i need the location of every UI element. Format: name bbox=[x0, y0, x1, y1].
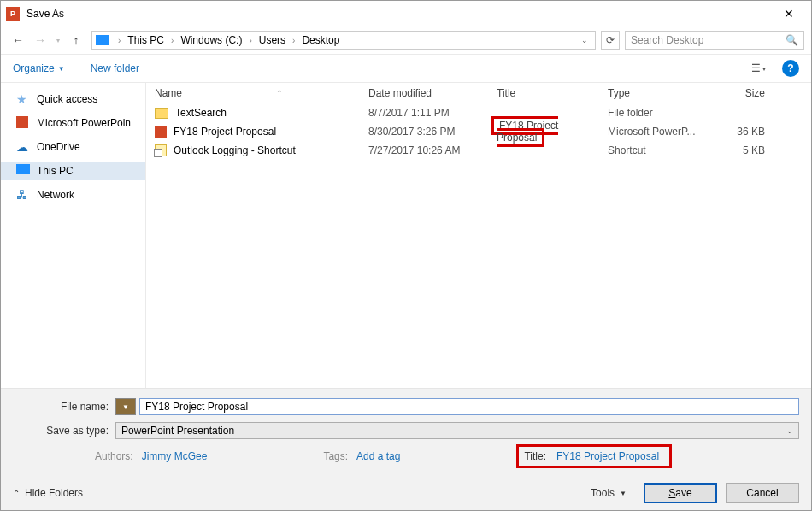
folder-icon bbox=[155, 108, 168, 119]
breadcrumb[interactable]: Desktop bbox=[300, 34, 341, 46]
tools-menu[interactable]: Tools ▼ bbox=[591, 487, 627, 499]
file-list: Name ⌃ Date modified Title Type Size Tex… bbox=[146, 83, 811, 388]
chevron-right-icon: › bbox=[244, 36, 256, 45]
save-as-dialog: Save As ✕ ← → ▾ ↑ › This PC › Windows (C… bbox=[0, 0, 812, 511]
cell-type: File folder bbox=[608, 107, 710, 119]
main-area: ★ Quick access Microsoft PowerPoin ☁ One… bbox=[1, 83, 811, 389]
organize-menu[interactable]: Organize ▼ bbox=[13, 62, 65, 74]
sidebar-item-powerpoint[interactable]: Microsoft PowerPoin bbox=[1, 114, 145, 132]
cell-size: 36 KB bbox=[710, 126, 770, 138]
save-as-type-label: Save as type: bbox=[13, 425, 115, 437]
cell-name: TextSearch bbox=[146, 107, 368, 119]
close-button[interactable]: ✕ bbox=[769, 2, 808, 26]
sort-indicator-icon: ⌃ bbox=[191, 89, 368, 97]
cell-date: 8/7/2017 1:11 PM bbox=[368, 107, 497, 119]
breadcrumb[interactable]: Windows (C:) bbox=[179, 34, 244, 46]
cell-size: 5 KB bbox=[710, 144, 770, 156]
save-as-type-dropdown[interactable]: PowerPoint Presentation ⌄ bbox=[115, 422, 799, 439]
tags-label: Tags: bbox=[323, 450, 348, 462]
chevron-down-icon: ▼ bbox=[58, 65, 65, 73]
search-icon: 🔍 bbox=[786, 34, 798, 46]
breadcrumb[interactable]: Users bbox=[257, 34, 287, 46]
new-folder-button[interactable]: New folder bbox=[91, 62, 139, 74]
chevron-right-icon: › bbox=[287, 36, 300, 45]
file-name-label: File name: bbox=[13, 401, 115, 413]
powerpoint-icon bbox=[16, 116, 28, 128]
save-button[interactable]: Save bbox=[644, 483, 717, 503]
cloud-icon: ☁ bbox=[16, 140, 30, 154]
powerpoint-icon bbox=[6, 7, 20, 21]
view-options-button[interactable]: ☰▾ bbox=[746, 59, 770, 78]
hide-folders-toggle[interactable]: ⌃ Hide Folders bbox=[13, 487, 83, 499]
rows-container: TextSearch8/7/2017 1:11 PMFile folderFY1… bbox=[146, 103, 811, 388]
column-header-date[interactable]: Date modified bbox=[368, 87, 497, 99]
sidebar-item-network[interactable]: 🖧 Network bbox=[1, 185, 145, 204]
file-row[interactable]: TextSearch8/7/2017 1:11 PMFile folder bbox=[146, 103, 811, 122]
cell-name: Outlook Logging - Shortcut bbox=[146, 144, 368, 156]
shortcut-icon bbox=[155, 144, 167, 156]
navigation-bar: ← → ▾ ↑ › This PC › Windows (C:) › Users… bbox=[1, 26, 811, 54]
recent-locations-dropdown[interactable]: ▾ bbox=[52, 37, 64, 44]
up-button[interactable]: ↑ bbox=[66, 30, 86, 50]
file-name-input[interactable] bbox=[139, 398, 799, 415]
refresh-button[interactable]: ⟳ bbox=[601, 31, 620, 50]
cell-type: Microsoft PowerP... bbox=[608, 126, 710, 138]
cell-name: FY18 Project Proposal bbox=[146, 126, 368, 138]
cell-date: 7/27/2017 10:26 AM bbox=[368, 144, 497, 156]
dialog-footer: ⌃ Hide Folders Tools ▼ Save Cancel bbox=[1, 476, 811, 510]
powerpoint-file-icon bbox=[155, 126, 167, 138]
search-input[interactable]: Search Desktop 🔍 bbox=[625, 31, 804, 50]
pc-icon bbox=[16, 164, 30, 174]
forward-button[interactable]: → bbox=[30, 30, 50, 50]
pc-icon bbox=[96, 35, 109, 45]
file-row[interactable]: FY18 Project Proposal8/30/2017 3:26 PMFY… bbox=[146, 122, 811, 141]
sidebar-item-quick-access[interactable]: ★ Quick access bbox=[1, 90, 145, 109]
breadcrumb[interactable]: This PC bbox=[126, 34, 166, 46]
file-row[interactable]: Outlook Logging - Shortcut7/27/2017 10:2… bbox=[146, 141, 811, 160]
sidebar-item-this-pc[interactable]: This PC bbox=[1, 162, 145, 180]
column-header-size[interactable]: Size bbox=[710, 87, 770, 99]
cancel-button[interactable]: Cancel bbox=[726, 483, 799, 503]
column-header-title[interactable]: Title bbox=[497, 87, 608, 99]
network-icon: 🖧 bbox=[16, 188, 30, 202]
star-icon: ★ bbox=[16, 92, 30, 106]
authors-label: Authors: bbox=[95, 450, 133, 462]
chevron-right-icon: › bbox=[113, 36, 126, 45]
column-header-type[interactable]: Type bbox=[608, 87, 710, 99]
chevron-down-icon: ▼ bbox=[620, 490, 627, 497]
title-highlight: Title: FY18 Project Proposal bbox=[516, 444, 672, 468]
tags-value[interactable]: Add a tag bbox=[353, 449, 403, 464]
sidebar-item-onedrive[interactable]: ☁ OneDrive bbox=[1, 138, 145, 156]
title-highlight: FY18 Project Proposal bbox=[491, 116, 558, 147]
column-headers: Name ⌃ Date modified Title Type Size bbox=[146, 83, 811, 103]
cell-date: 8/30/2017 3:26 PM bbox=[368, 126, 497, 138]
save-form: File name: ▼ Save as type: PowerPoint Pr… bbox=[1, 389, 811, 476]
back-button[interactable]: ← bbox=[8, 30, 28, 50]
search-placeholder: Search Desktop bbox=[631, 34, 703, 46]
address-bar[interactable]: › This PC › Windows (C:) › Users › Deskt… bbox=[91, 31, 596, 50]
authors-value[interactable]: Jimmy McGee bbox=[138, 449, 211, 464]
window-title: Save As bbox=[26, 8, 64, 20]
chevron-down-icon: ⌄ bbox=[786, 426, 793, 435]
column-header-name[interactable]: Name ⌃ bbox=[146, 87, 368, 99]
chevron-right-icon: › bbox=[166, 36, 179, 45]
title-bar: Save As ✕ bbox=[1, 1, 811, 26]
help-button[interactable]: ? bbox=[782, 60, 799, 77]
sidebar: ★ Quick access Microsoft PowerPoin ☁ One… bbox=[1, 83, 146, 388]
cell-type: Shortcut bbox=[608, 144, 710, 156]
chevron-up-icon: ⌃ bbox=[13, 489, 20, 498]
toolbar: Organize ▼ New folder ☰▾ ? bbox=[1, 54, 811, 83]
address-history-dropdown[interactable]: ⌄ bbox=[576, 36, 593, 44]
title-value[interactable]: FY18 Project Proposal bbox=[553, 449, 662, 464]
file-type-icon-dropdown[interactable]: ▼ bbox=[115, 398, 136, 415]
title-label: Title: bbox=[524, 450, 546, 462]
